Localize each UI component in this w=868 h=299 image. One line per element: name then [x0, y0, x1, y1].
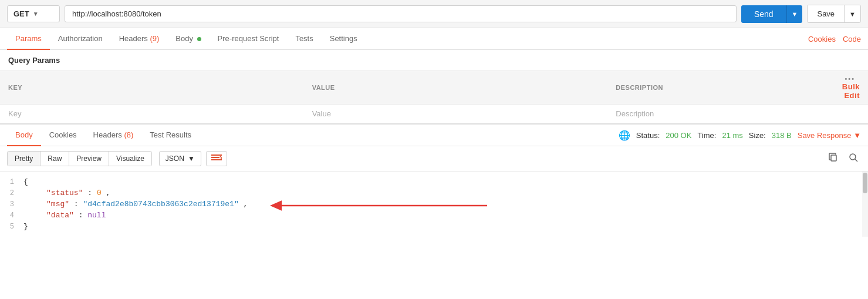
- save-chevron-icon: ▼: [849, 11, 856, 18]
- code-container: 1 { 2 "status" : 0 , 3 "ms: [0, 172, 868, 237]
- format-label: JSON: [166, 154, 184, 163]
- send-button[interactable]: Send: [741, 5, 786, 23]
- method-label: GET: [13, 9, 29, 18]
- line-num-3: 3: [0, 200, 23, 209]
- time-value: 21 ms: [722, 131, 742, 140]
- copy-icon: [829, 153, 838, 162]
- resp-tab-body[interactable]: Body: [7, 125, 41, 146]
- bulk-edit-button[interactable]: Bulk Edit: [842, 82, 860, 100]
- preview-btn[interactable]: Preview: [69, 152, 109, 166]
- request-tabs: Params Authorization Headers (9) Body Pr…: [0, 28, 868, 50]
- key-placeholder[interactable]: Key: [8, 109, 21, 118]
- code-line-1: 1 {: [0, 176, 868, 187]
- svg-line-5: [855, 159, 857, 162]
- svg-rect-3: [831, 155, 836, 161]
- resp-headers-badge: (8): [124, 130, 133, 139]
- code-line-4: 4 "data" : null: [0, 210, 868, 221]
- tab-params[interactable]: Params: [7, 28, 50, 50]
- line-num-5: 5: [0, 223, 23, 231]
- description-placeholder[interactable]: Description: [616, 109, 654, 118]
- col-key: KEY: [0, 71, 304, 105]
- time-label: Time:: [697, 131, 716, 140]
- body-dot-icon: [197, 37, 201, 41]
- tab-pre-request[interactable]: Pre-request Script: [210, 28, 288, 50]
- raw-btn[interactable]: Raw: [40, 152, 69, 166]
- svg-rect-1: [211, 157, 219, 158]
- table-row: Key Value Description: [0, 105, 868, 123]
- line-num-2: 2: [0, 189, 23, 197]
- copy-button[interactable]: [826, 152, 841, 166]
- response-tabs: Body Cookies Headers (8) Test Results 🌐 …: [0, 125, 868, 146]
- col-actions: ••• Bulk Edit: [825, 71, 868, 105]
- svg-point-4: [850, 154, 856, 160]
- size-value: 318 B: [772, 131, 792, 140]
- line-num-1: 1: [0, 178, 23, 186]
- more-options-icon[interactable]: •••: [845, 75, 855, 82]
- resp-tab-test-results[interactable]: Test Results: [141, 125, 200, 146]
- line-num-4: 4: [0, 211, 23, 220]
- tab-headers[interactable]: Headers (9): [111, 28, 168, 50]
- toolbar-right: [826, 152, 861, 166]
- view-btn-group: Pretty Raw Preview Visualize: [7, 151, 152, 166]
- code-line-2: 2 "status" : 0 ,: [0, 187, 868, 199]
- format-select[interactable]: JSON ▼: [159, 151, 201, 166]
- code-line-3: 3 "msg" : "d4cfad2e8b0743cbb3063c2ed1371…: [0, 199, 868, 210]
- search-icon: [849, 153, 858, 162]
- params-table: KEY VALUE DESCRIPTION ••• Bulk Edit Key …: [0, 70, 868, 123]
- pretty-btn[interactable]: Pretty: [8, 152, 40, 166]
- status-value: 200 OK: [666, 131, 691, 140]
- resp-tab-cookies[interactable]: Cookies: [41, 125, 85, 146]
- scrollbar-thumb[interactable]: [863, 173, 867, 193]
- save-button[interactable]: Save: [808, 5, 844, 22]
- query-params-section: Query Params KEY VALUE DESCRIPTION ••• B…: [0, 50, 868, 123]
- send-dropdown-button[interactable]: ▼: [786, 5, 803, 23]
- url-bar: GET ▼ Send ▼ Save ▼: [0, 0, 868, 28]
- status-label: Status:: [636, 131, 660, 140]
- tab-settings[interactable]: Settings: [322, 28, 366, 50]
- send-btn-group: Send ▼: [741, 5, 803, 23]
- globe-icon: 🌐: [619, 130, 630, 141]
- col-description: DESCRIPTION: [607, 71, 825, 105]
- response-section: Body Cookies Headers (8) Test Results 🌐 …: [0, 123, 868, 237]
- url-input[interactable]: [65, 5, 737, 22]
- send-chevron-icon: ▼: [792, 11, 798, 18]
- code-area: 1 { 2 "status" : 0 , 3 "ms: [0, 172, 868, 237]
- col-value: VALUE: [304, 71, 608, 105]
- query-params-title: Query Params: [0, 50, 868, 70]
- code-line-5: 5 }: [0, 221, 868, 232]
- save-dropdown-button[interactable]: ▼: [844, 5, 860, 22]
- headers-badge: (9): [150, 34, 159, 43]
- resp-tab-headers[interactable]: Headers (8): [85, 125, 142, 146]
- svg-rect-0: [211, 154, 222, 156]
- method-chevron-icon: ▼: [33, 11, 39, 17]
- format-chevron-icon: ▼: [188, 154, 195, 163]
- save-response-chevron-icon: ▼: [853, 131, 861, 140]
- req-tab-right: Cookies Code: [808, 35, 861, 43]
- save-response-button[interactable]: Save Response ▼: [798, 131, 861, 140]
- size-label: Size:: [749, 131, 766, 140]
- search-button[interactable]: [846, 152, 861, 166]
- wrap-button[interactable]: [206, 151, 227, 166]
- code-link[interactable]: Code: [843, 35, 861, 43]
- tab-authorization[interactable]: Authorization: [50, 28, 111, 50]
- method-select[interactable]: GET ▼: [7, 5, 60, 22]
- value-placeholder[interactable]: Value: [312, 109, 331, 118]
- wrap-icon: [211, 154, 222, 163]
- save-btn-group: Save ▼: [807, 5, 861, 23]
- resp-tab-right: 🌐 Status: 200 OK Time: 21 ms Size: 318 B…: [619, 130, 861, 141]
- tab-tests[interactable]: Tests: [287, 28, 321, 50]
- scrollbar-track: [862, 172, 868, 237]
- visualize-btn[interactable]: Visualize: [109, 152, 151, 166]
- tab-body[interactable]: Body: [167, 28, 209, 50]
- body-toolbar: Pretty Raw Preview Visualize JSON ▼: [0, 146, 868, 172]
- cookies-link[interactable]: Cookies: [808, 35, 836, 43]
